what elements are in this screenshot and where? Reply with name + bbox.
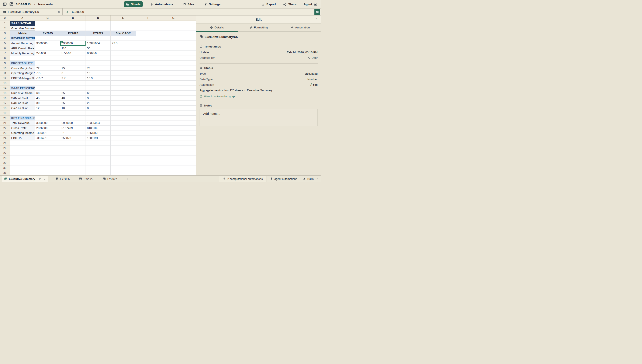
cell-G4[interactable] (161, 36, 186, 41)
cell-F24[interactable] (136, 136, 161, 141)
cell-C22[interactable]: 5197499 (60, 126, 86, 131)
agent-automations-button[interactable]: agent automations (266, 176, 301, 182)
cell-C13[interactable] (60, 80, 86, 86)
cell-F5[interactable] (136, 41, 161, 46)
cell-partial-17[interactable] (186, 100, 196, 106)
cell-F2[interactable] (136, 26, 161, 31)
cell-G29[interactable] (161, 160, 186, 166)
cell-F15[interactable] (136, 90, 161, 96)
cell-B24[interactable]: -351451 (35, 136, 60, 141)
cell-D23[interactable]: 1351353 (86, 130, 111, 136)
rename-sheet-icon[interactable] (38, 178, 41, 180)
cell-partial-16[interactable] (186, 96, 196, 101)
cell-F30[interactable] (136, 166, 161, 170)
cell-A7[interactable]: Monthly Recurring (10, 51, 35, 56)
cell-D13[interactable] (86, 80, 111, 86)
nav-automations[interactable]: Automations (148, 1, 175, 7)
cell-C26[interactable] (60, 146, 86, 150)
cell-G11[interactable] (161, 71, 186, 76)
panel-tab-automation[interactable]: Automation (279, 24, 321, 32)
cell-partial-11[interactable] (186, 71, 196, 76)
cell-A27[interactable] (10, 150, 35, 156)
cell-C3[interactable]: FY2026 (60, 31, 86, 36)
cell-G1[interactable] (161, 21, 186, 26)
cell-E1[interactable] (111, 21, 136, 26)
cell-D15[interactable]: 63 (86, 90, 111, 96)
computational-automations-button[interactable]: 2 computational automations (219, 176, 266, 182)
cell-G20[interactable] (161, 116, 186, 121)
cell-B30[interactable] (35, 166, 60, 170)
cell-G16[interactable] (161, 96, 186, 101)
cell-C4[interactable] (60, 36, 86, 41)
cell-E15[interactable] (111, 90, 136, 96)
cell-G6[interactable] (161, 46, 186, 51)
row-header-10[interactable]: 10 (0, 66, 10, 71)
cell-F28[interactable] (136, 156, 161, 160)
cell-F22[interactable] (136, 126, 161, 131)
cell-A17[interactable]: R&D as % of (10, 100, 35, 106)
cell-B11[interactable]: -15 (35, 71, 60, 76)
cell-partial-5[interactable] (186, 41, 196, 46)
row-header-8[interactable]: 8 (0, 56, 10, 61)
cell-B9[interactable] (35, 61, 60, 66)
cell-partial-26[interactable] (186, 146, 196, 150)
cell-partial-7[interactable] (186, 51, 196, 56)
app-logo-icon[interactable] (9, 2, 13, 6)
cell-D28[interactable] (86, 156, 111, 160)
cell-A24[interactable]: EBITDA (10, 136, 35, 141)
cell-E26[interactable] (111, 146, 136, 150)
cell-F31[interactable] (136, 170, 161, 176)
cell-G2[interactable] (161, 26, 186, 31)
cell-C29[interactable] (60, 160, 86, 166)
cell-B19[interactable] (35, 110, 60, 116)
sheet-tab-fy2025[interactable]: FY2025 (53, 176, 72, 182)
column-header-A[interactable]: A (10, 16, 35, 21)
cell-E13[interactable] (111, 80, 136, 86)
cell-C20[interactable] (60, 116, 86, 121)
cell-D11[interactable]: 13 (86, 71, 111, 76)
cell-E7[interactable] (111, 51, 136, 56)
cell-F11[interactable] (136, 71, 161, 76)
cell-C31[interactable] (60, 170, 86, 176)
row-header-30[interactable]: 30 (0, 166, 10, 170)
cell-C11[interactable]: 0 (60, 71, 86, 76)
cell-partial-13[interactable] (186, 80, 196, 86)
column-header-E[interactable]: E (111, 16, 136, 21)
row-header-3[interactable]: 3 (0, 31, 10, 36)
cell-partial-22[interactable] (186, 126, 196, 131)
cell-G24[interactable] (161, 136, 186, 141)
cell-E2[interactable] (111, 26, 136, 31)
cell-C30[interactable] (60, 166, 86, 170)
zoom-control[interactable]: 100% (300, 177, 321, 180)
cell-D25[interactable] (86, 140, 111, 146)
cell-E27[interactable] (111, 150, 136, 156)
cell-G19[interactable] (161, 110, 186, 116)
row-header-20[interactable]: 20 (0, 116, 10, 121)
cell-G3[interactable] (161, 31, 186, 36)
cell-E12[interactable] (111, 76, 136, 81)
cell-F25[interactable] (136, 140, 161, 146)
formula-input-area[interactable]: 6930000 (63, 10, 84, 14)
cell-A3[interactable]: Metric (10, 31, 35, 36)
row-header-13[interactable]: 13 (0, 80, 10, 86)
formula-settings-button[interactable] (314, 9, 320, 15)
cell-A1[interactable]: SAAS 3-YEAR (10, 21, 35, 26)
cell-E28[interactable] (111, 156, 136, 160)
nav-sheets[interactable]: Sheets (124, 1, 143, 7)
agent-button[interactable]: Agent (303, 2, 317, 6)
cell-A6[interactable]: ARR Growth Rate (10, 46, 35, 51)
cell-C12[interactable]: 3.7 (60, 76, 86, 81)
cell-A20[interactable]: KEY FINANCIALS (10, 116, 35, 121)
cell-partial-29[interactable] (186, 160, 196, 166)
cell-G27[interactable] (161, 150, 186, 156)
cell-C6[interactable]: 110 (60, 46, 86, 51)
cell-G8[interactable] (161, 56, 186, 61)
cell-partial-19[interactable] (186, 110, 196, 116)
column-header-C[interactable]: C (60, 16, 86, 21)
cell-D18[interactable]: 8 (86, 106, 111, 111)
cell-A5[interactable]: Annual Recurring (10, 41, 35, 46)
cell-partial-4[interactable] (186, 36, 196, 41)
cell-G15[interactable] (161, 90, 186, 96)
cell-D8[interactable] (86, 56, 111, 61)
sheet-tab-executive-summary[interactable]: Executive Summary (2, 176, 48, 182)
